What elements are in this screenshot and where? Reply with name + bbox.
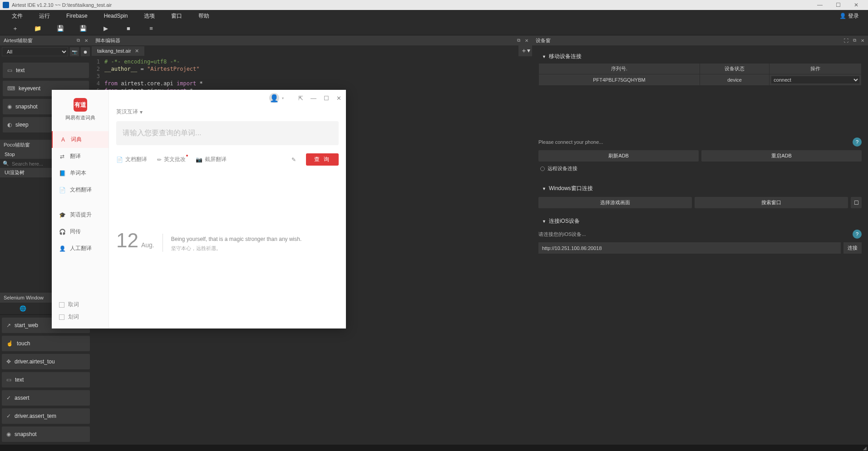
aux-item-label: sleep <box>15 122 29 128</box>
youdao-close-button[interactable]: ✕ <box>336 95 341 102</box>
selenium-item-assert[interactable]: ✓assert <box>2 390 90 406</box>
menu-help[interactable]: 帮助 <box>190 10 217 22</box>
run-button[interactable]: ▶ <box>94 23 117 34</box>
youdao-brand: 网易有道词典 <box>52 114 108 121</box>
connect-hint: Please connect your phone... <box>538 139 603 145</box>
device-status: device <box>700 74 769 86</box>
doc-icon: 📄 <box>116 157 123 163</box>
remote-device-toggle[interactable]: 远程设备连接 <box>538 162 862 176</box>
new-tab-button[interactable]: ＋▾ <box>518 45 532 56</box>
resize-grip-icon[interactable]: ◢ <box>862 445 868 451</box>
youdao-search-input[interactable]: 请输入您要查询的单词... <box>116 121 339 145</box>
aux-filter-select[interactable]: All <box>2 47 68 56</box>
window-extra-button[interactable]: ☐ <box>851 197 862 208</box>
search-window-button[interactable]: 搜索窗口 <box>695 197 848 208</box>
devices-undock-icon[interactable]: ⧉ <box>853 38 856 43</box>
youdao-ext-icon[interactable]: ⇱ <box>298 95 303 102</box>
nav-interp[interactable]: 🎧同传 <box>52 223 108 240</box>
device-row: PFT4PBLF75GQHYBM device connect <box>539 74 862 86</box>
menu-headspin[interactable]: HeadSpin <box>96 11 136 21</box>
nav-translate[interactable]: ⇄翻译 <box>52 148 108 165</box>
tab-close-icon[interactable]: ✕ <box>135 48 139 54</box>
ios-help-button[interactable]: ? <box>853 230 862 239</box>
stop-button[interactable]: ■ <box>117 23 140 34</box>
nav-boost[interactable]: 🎓英语提升 <box>52 206 108 223</box>
selenium-item-label: touch <box>17 340 30 347</box>
menu-file[interactable]: 文件 <box>4 10 31 22</box>
os-minimize-button[interactable]: — <box>811 2 829 8</box>
login-button[interactable]: 👤 登录 <box>834 10 864 22</box>
os-close-button[interactable]: ✕ <box>847 2 865 8</box>
menu-options[interactable]: 选项 <box>136 10 163 22</box>
open-button[interactable]: 📁 <box>26 23 49 34</box>
device-connect-select[interactable]: connect <box>771 76 860 84</box>
airtest-aux-title: Airtest辅助窗 <box>4 37 33 44</box>
selenium-item-icon: ✓ <box>6 413 11 419</box>
nav-dict[interactable]: A词典 <box>52 131 108 148</box>
help-button[interactable]: ? <box>853 137 862 147</box>
check-scratch-word[interactable]: 划词 <box>59 311 101 323</box>
new-button[interactable]: ＋ <box>4 23 26 34</box>
editor-tabbar: taikang_test.air ✕ ＋▾ <box>92 45 532 56</box>
tool-doc-translate[interactable]: 📄文档翻译 <box>116 156 147 163</box>
ios-connect-button[interactable]: 连接 <box>843 242 862 254</box>
aux-camera-icon[interactable]: 📷 <box>70 47 79 56</box>
devices-expand-icon[interactable]: ⛶ <box>844 38 848 43</box>
section-mobile-header[interactable]: ▼移动设备连接 <box>538 50 862 63</box>
youdao-min-button[interactable]: — <box>311 95 316 102</box>
editor-tab[interactable]: taikang_test.air ✕ <box>92 46 144 56</box>
tool-writing[interactable]: ✏英文批改 <box>157 156 186 163</box>
nav-wordbook[interactable]: 📘单词本 <box>52 165 108 181</box>
aux-record-icon[interactable]: ⏺ <box>81 47 90 56</box>
login-label: 登录 <box>848 12 859 20</box>
selenium-item-label: snapshot <box>15 431 37 437</box>
quote-date: 12 Aug. <box>116 229 154 252</box>
handwrite-icon[interactable]: ✎ <box>291 157 296 163</box>
editor-undock-icon[interactable]: ⧉ <box>517 38 520 43</box>
selenium-item-icon: ✓ <box>6 395 11 401</box>
panel-close-icon[interactable]: ✕ <box>84 38 88 43</box>
translate-icon: ⇄ <box>59 153 65 160</box>
pencil-icon: ✏ <box>157 157 162 163</box>
aux-item-text[interactable]: ▭text <box>3 63 89 78</box>
editor-close-icon[interactable]: ✕ <box>525 38 528 43</box>
lang-select[interactable]: 英汉互译▾ <box>109 106 346 118</box>
nav-doc[interactable]: 📄文档翻译 <box>52 181 108 198</box>
selenium-item-driver-assert_tem[interactable]: ✓driver.assert_tem <box>2 408 90 424</box>
device-table: 序列号. 设备状态 操作 PFT4PBLF75GQHYBM device con… <box>538 63 862 86</box>
refresh-adb-button[interactable]: 刷新ADB <box>538 150 699 162</box>
user-icon: 👤 <box>839 13 846 19</box>
youdao-avatar[interactable]: 👤▾ <box>269 93 279 103</box>
selenium-item-driver-airtest_tou[interactable]: ✥driver.airtest_tou <box>2 354 90 369</box>
ios-url-input[interactable] <box>538 242 841 254</box>
tool-screenshot[interactable]: 📷截屏翻译 <box>196 156 227 163</box>
selenium-title: Selenium Window <box>4 295 44 300</box>
selenium-web-icon[interactable]: 🌐 <box>0 303 46 314</box>
devices-close-icon[interactable]: ✕ <box>861 38 864 43</box>
os-maximize-button[interactable]: ☐ <box>829 2 847 8</box>
panel-undock-icon[interactable]: ⧉ <box>77 38 80 43</box>
menu-firebase[interactable]: Firebase <box>58 11 96 21</box>
section-windows-header[interactable]: ▼Windows窗口连接 <box>538 182 862 195</box>
menu-run[interactable]: 运行 <box>31 10 58 22</box>
section-ios-header[interactable]: ▼连接iOS设备 <box>538 215 862 228</box>
select-game-button[interactable]: 选择游戏画面 <box>538 197 692 208</box>
selenium-item-snapshot[interactable]: ◉snapshot <box>2 426 90 442</box>
menu-window[interactable]: 窗口 <box>163 10 190 22</box>
selenium-item-touch[interactable]: ☝touch <box>2 336 90 351</box>
search-icon: 🔍 <box>3 161 9 167</box>
check-pick-word[interactable]: 取词 <box>59 299 101 311</box>
col-serial: 序列号. <box>539 64 700 74</box>
selenium-item-text[interactable]: ▭text <box>2 372 90 387</box>
wordbook-icon: 📘 <box>59 170 65 176</box>
col-status: 设备状态 <box>700 64 769 74</box>
selenium-item-label: driver.assert_tem <box>15 413 56 419</box>
nav-human[interactable]: 👤人工翻译 <box>52 240 108 257</box>
more-button[interactable]: ≡ <box>140 23 163 34</box>
query-button[interactable]: 查 询 <box>306 153 339 166</box>
selenium-item-icon: ◉ <box>6 431 11 437</box>
save-button[interactable]: 💾 <box>49 23 72 34</box>
restart-adb-button[interactable]: 重启ADB <box>701 150 862 162</box>
youdao-max-button[interactable]: ☐ <box>324 95 329 102</box>
saveall-button[interactable]: 💾 <box>72 23 94 34</box>
